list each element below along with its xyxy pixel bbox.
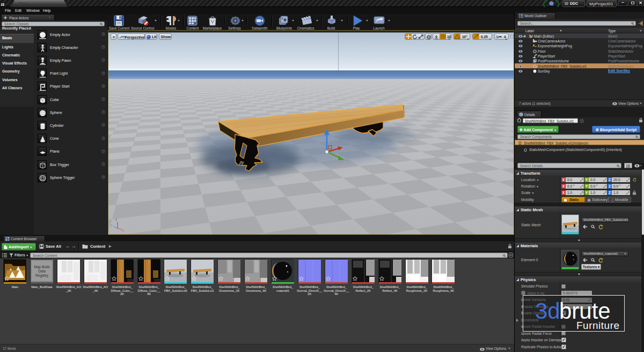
svg-text:Registry: Registry: [35, 274, 49, 278]
svg-text:3d: 3d: [535, 298, 560, 324]
svg-text:Data: Data: [38, 269, 46, 273]
svg-text:Furniture: Furniture: [576, 320, 620, 331]
svg-text:Z: Z: [115, 218, 117, 221]
svg-text:Map Build: Map Build: [34, 265, 49, 269]
